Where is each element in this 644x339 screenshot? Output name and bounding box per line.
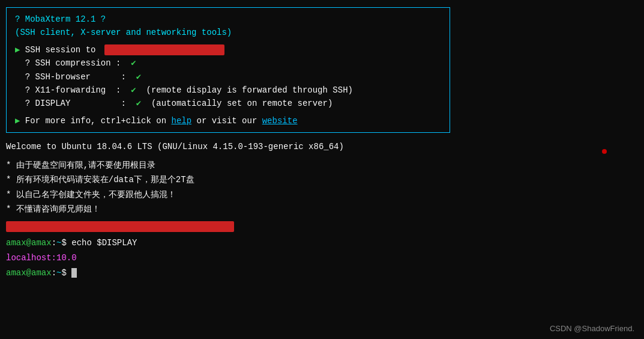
website-link[interactable]: website: [262, 116, 298, 126]
notice-2: * 所有环境和代码请安装在/data下，那是个2T盘: [6, 173, 638, 188]
welcome-line: Welcome to Ubuntu 18.04.6 LTS (GNU/Linux…: [6, 140, 638, 154]
help-link[interactable]: help: [171, 116, 191, 126]
cursor-block: [71, 268, 76, 278]
notice-4: * 不懂请咨询师兄师姐！: [6, 202, 638, 217]
notices-block: * 由于硬盘空间有限,请不要使用根目录 * 所有环境和代码请安装在/data下，…: [6, 158, 638, 217]
box-line-info: ▶ For more info, ctrl+click on help or v…: [15, 114, 441, 127]
terminal: ? MobaXterm 12.1 ? (SSH client, X-server…: [0, 0, 644, 339]
box-line-title: ? MobaXterm 12.1 ?: [15, 13, 441, 26]
watermark: CSDN @ShadowFriend.: [550, 324, 634, 333]
box-line-compression: ? SSH compression : ✔: [15, 56, 441, 70]
box-subtitle-text: (SSH client, X-server and networking too…: [15, 28, 232, 37]
box-line-x11: ? X11-forwarding : ✔ (remote display is …: [15, 84, 441, 97]
box-line-subtitle: (SSH client, X-server and networking too…: [15, 26, 441, 39]
redacted-line: [6, 219, 638, 234]
redacted-host-bar: [104, 44, 224, 55]
mobaXterm-info-box: ? MobaXterm 12.1 ? (SSH client, X-server…: [6, 7, 450, 133]
output-line-1: localhost:10.0: [6, 251, 638, 266]
cmd-line-2: amax@amax:~$: [6, 266, 638, 281]
box-line-browser: ? SSH-browser : ✔: [15, 70, 441, 84]
box-title-text: ? MobaXterm 12.1 ?: [15, 14, 106, 24]
cmd-line-1: amax@amax:~$ echo $DISPLAY: [6, 236, 638, 251]
notice-3: * 以自己名字创建文件夹，不要跟他人搞混！: [6, 188, 638, 203]
box-line-session: ▶ SSH session to: [15, 43, 441, 56]
box-line-display: ? DISPLAY : ✔ (automatically set on remo…: [15, 97, 441, 110]
red-dot: [602, 149, 607, 154]
redacted-bottom-bar: [6, 221, 234, 232]
notice-1: * 由于硬盘空间有限,请不要使用根目录: [6, 158, 638, 173]
